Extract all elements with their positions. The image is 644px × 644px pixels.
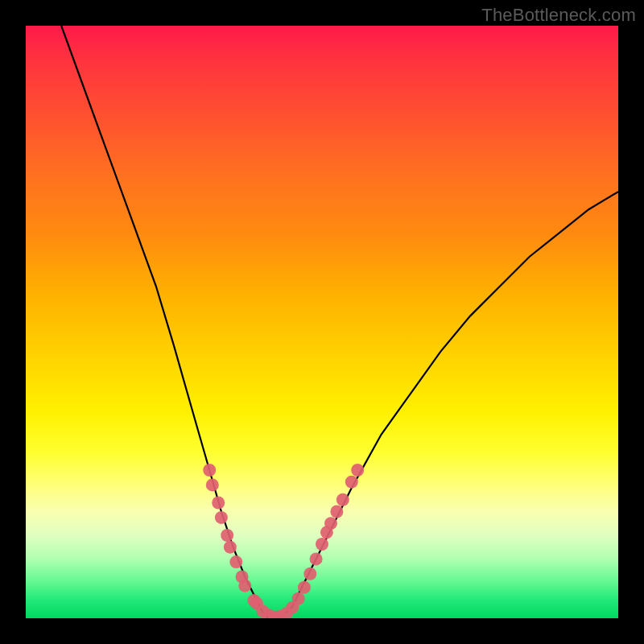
data-point-marker [324,517,337,530]
data-point-marker [316,538,328,551]
bottleneck-curve [61,26,618,618]
curve-layer [26,26,618,618]
data-point-marker [298,581,311,594]
data-point-marker [203,464,216,477]
data-point-marker [310,552,323,565]
data-point-marker [229,555,242,568]
data-point-marker [345,476,358,489]
data-point-marker [221,529,233,542]
data-point-marker [212,497,225,510]
data-point-marker [351,464,364,477]
data-point-marker [303,568,316,580]
watermark-text: TheBottleneck.com [481,5,636,26]
data-point-marker [330,506,343,518]
data-point-marker [215,511,228,524]
chart-frame: TheBottleneck.com [0,0,644,644]
data-point-marker [206,478,219,491]
plot-area [26,26,618,618]
data-point-marker [292,592,305,605]
data-point-marker [224,541,237,554]
data-point-marker [336,493,349,506]
data-point-marker [238,580,251,592]
